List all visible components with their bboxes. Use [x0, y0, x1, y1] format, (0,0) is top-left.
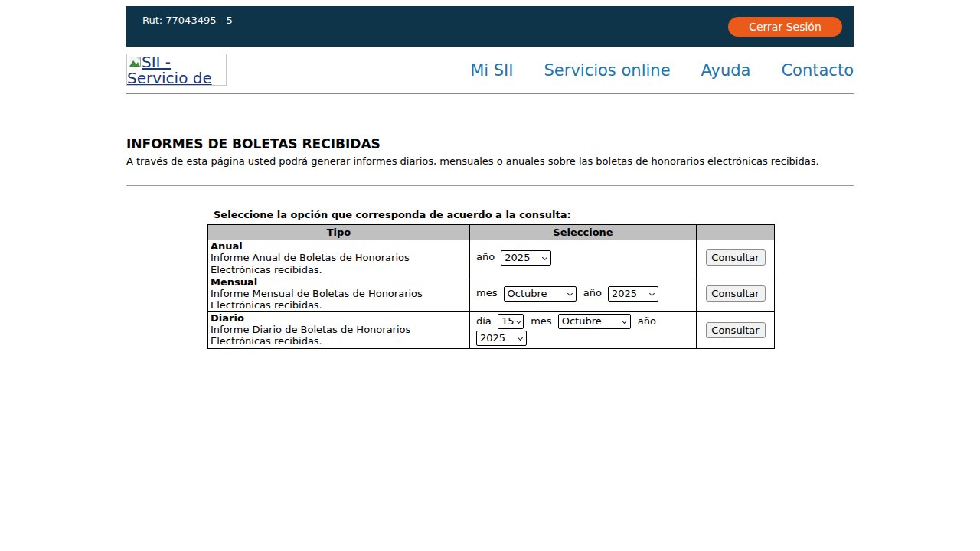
table-row-diario: Diario Informe Diario de Boletas de Hono… — [208, 311, 775, 348]
topbar: Rut: 77043495 - 5 Cerrar Sesión — [126, 6, 854, 47]
nav-servicios-online[interactable]: Servicios online — [544, 61, 671, 80]
chevron-down-icon — [516, 318, 521, 324]
consultar-mensual-button[interactable]: Consultar — [706, 285, 766, 302]
consultar-diario-button[interactable]: Consultar — [706, 322, 766, 338]
mensual-year-value: 2025 — [612, 288, 637, 299]
row-description-diario: Informe Diario de Boletas de Honorarios … — [211, 324, 410, 347]
nav-mi-sii[interactable]: Mi SII — [470, 61, 513, 80]
anual-year-select[interactable]: 2025 — [501, 250, 551, 266]
diario-month-label: mes — [531, 315, 551, 327]
diario-day-select[interactable]: 15 — [498, 314, 524, 329]
table-row-anual: Anual Informe Anual de Boletas de Honora… — [208, 240, 775, 276]
chevron-down-icon — [622, 318, 627, 324]
diario-year-select[interactable]: 2025 — [476, 331, 527, 346]
mensual-month-value: Octubre — [508, 288, 547, 299]
main-nav: Mi SII Servicios online Ayuda Contacto — [470, 61, 854, 80]
diario-day-label: día — [476, 315, 492, 327]
table-row-mensual: Mensual Informe Mensual de Boletas de Ho… — [208, 276, 775, 311]
table-caption: Seleccione la opción que corresponda de … — [214, 209, 854, 220]
rut-label: Rut: 77043495 - 5 — [126, 6, 233, 47]
mensual-year-select[interactable]: 2025 — [608, 286, 658, 302]
table-header-row: Tipo Seleccione — [208, 225, 775, 240]
header: SII - Servicio de Mi SII Servicios onlin… — [126, 47, 854, 94]
row-description-anual: Informe Anual de Boletas de Honorarios E… — [211, 252, 410, 275]
nav-ayuda[interactable]: Ayuda — [701, 61, 751, 80]
chevron-down-icon — [542, 255, 547, 260]
diario-month-select[interactable]: Octubre — [558, 314, 631, 329]
mensual-month-select[interactable]: Octubre — [504, 286, 577, 302]
diario-month-value: Octubre — [562, 315, 602, 327]
row-title-mensual: Mensual — [211, 276, 467, 288]
broken-image-icon — [129, 57, 141, 67]
column-header-tipo: Tipo — [208, 225, 470, 240]
reports-table: Tipo Seleccione Anual Informe Anual de B… — [207, 224, 775, 349]
sii-logo-broken-image[interactable]: SII - Servicio de — [126, 54, 227, 86]
row-title-anual: Anual — [211, 240, 467, 252]
diario-year-value: 2025 — [480, 332, 505, 344]
divider — [126, 185, 854, 186]
nav-contacto[interactable]: Contacto — [781, 61, 854, 80]
anual-year-value: 2025 — [505, 252, 530, 263]
diario-day-value: 15 — [501, 315, 514, 327]
chevron-down-icon — [649, 291, 655, 296]
page-container: Rut: 77043495 - 5 Cerrar Sesión SII - Se… — [126, 6, 854, 349]
logout-button[interactable]: Cerrar Sesión — [728, 17, 842, 37]
column-header-seleccione: Seleccione — [470, 225, 697, 240]
consultar-anual-button[interactable]: Consultar — [706, 249, 766, 266]
diario-year-label: año — [638, 315, 656, 327]
page-title: INFORMES DE BOLETAS RECIBIDAS — [126, 136, 854, 152]
row-description-mensual: Informe Mensual de Boletas de Honorarios… — [211, 288, 423, 311]
column-header-actions — [697, 225, 775, 240]
chevron-down-icon — [567, 291, 573, 296]
mensual-year-label: año — [583, 287, 602, 298]
page-description: A través de esta página usted podrá gene… — [126, 155, 854, 167]
mensual-month-label: mes — [476, 287, 497, 298]
chevron-down-icon — [518, 335, 523, 341]
row-title-diario: Diario — [211, 312, 467, 324]
anual-year-label: año — [476, 251, 495, 262]
